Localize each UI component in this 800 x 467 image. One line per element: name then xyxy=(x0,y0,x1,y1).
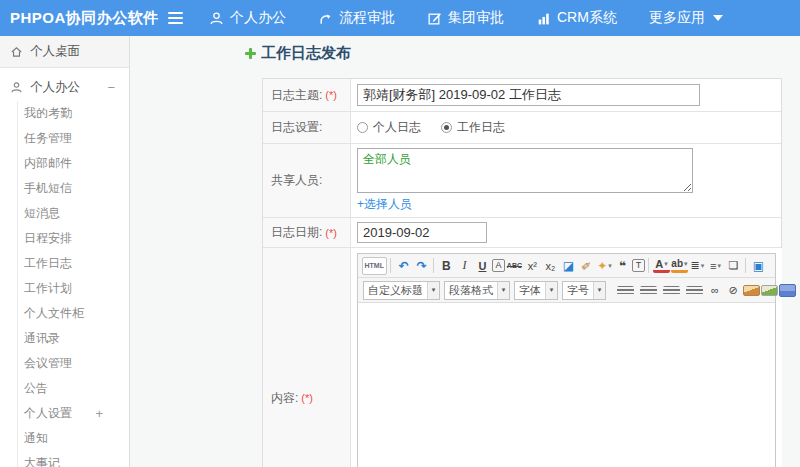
nav-item-crm-system[interactable]: CRM系统 xyxy=(536,9,617,27)
palette-icon[interactable]: ✦▾ xyxy=(596,257,613,275)
workflow-icon xyxy=(318,11,333,26)
toolbar-separator xyxy=(433,258,434,273)
strikethrough-icon[interactable]: ABC xyxy=(506,257,523,275)
user-icon xyxy=(209,11,224,26)
nav-item-personal-office[interactable]: 个人办公 xyxy=(209,9,286,27)
required-mark: (*) xyxy=(301,392,313,404)
font-size-dropdown[interactable]: 字号 ▾ xyxy=(562,281,606,300)
sidebar-item-announcement[interactable]: 公告 xyxy=(18,376,129,401)
font-border-icon[interactable]: A xyxy=(492,259,505,272)
paste-text-icon[interactable]: T xyxy=(632,259,645,272)
sidebar-item-meeting-management[interactable]: 会议管理 xyxy=(18,351,129,376)
html-source-button[interactable]: HTML xyxy=(362,257,387,275)
nav-item-more-apps[interactable]: 更多应用 xyxy=(649,9,723,27)
link-icon[interactable]: ∞ xyxy=(707,281,724,299)
log-date-input[interactable] xyxy=(357,222,487,243)
editor-toolbar-row1: HTML↶↷BIUAABCx²x₂◪✏✦▾❝TA▾ab▾≣▾≡▾❏▣ xyxy=(358,254,775,278)
sidebar-item-schedule[interactable]: 日程安排 xyxy=(18,226,129,251)
blockquote-icon[interactable]: ❝ xyxy=(614,257,631,275)
underline-icon[interactable]: U xyxy=(474,257,491,275)
radio-circle-icon[interactable] xyxy=(357,122,368,133)
unlink-icon[interactable]: ⊘ xyxy=(725,281,742,299)
caret-down-icon: ▾ xyxy=(545,282,557,299)
subject-input[interactable] xyxy=(357,84,700,106)
image-icon[interactable] xyxy=(743,285,760,296)
caret-down-icon: ▾ xyxy=(717,262,721,270)
expand-plus-icon[interactable]: + xyxy=(95,401,103,426)
sidebar-item-personal-settings[interactable]: 个人设置 + xyxy=(18,401,129,426)
bold-icon[interactable]: B xyxy=(438,257,455,275)
sidebar-item-personal-desktop[interactable]: 个人桌面 xyxy=(0,36,129,68)
caret-down-icon: ▾ xyxy=(664,258,668,270)
highlight-icon[interactable]: ab▾ xyxy=(671,259,688,273)
italic-icon[interactable]: I xyxy=(456,257,473,275)
undo-icon[interactable]: ↶ xyxy=(395,257,412,275)
share-members-textarea[interactable]: 全部人员 xyxy=(357,148,693,193)
sidebar-item-work-plan[interactable]: 工作计划 xyxy=(18,276,129,301)
custom-title-dropdown[interactable]: 自定义标题 ▾ xyxy=(363,281,440,300)
form-row-share-members: 共享人员: 全部人员 +选择人员 xyxy=(263,144,781,218)
toolbar-separator xyxy=(390,258,391,273)
radio-personal-log[interactable]: 个人日志 xyxy=(357,119,421,136)
screenshot-icon[interactable] xyxy=(761,285,778,296)
app-window: PHPOA协同办公软件 个人办公 流程审批 集团审批 xyxy=(0,0,800,467)
redo-icon[interactable]: ↷ xyxy=(413,257,430,275)
nav-item-group-approval[interactable]: 集团审批 xyxy=(427,9,504,27)
radio-work-log[interactable]: 工作日志 xyxy=(441,119,505,136)
brand-logo: PHPOA协同办公软件 xyxy=(0,9,168,28)
caret-down-icon: ▾ xyxy=(684,258,688,270)
sidebar-item-my-attendance[interactable]: 我的考勤 xyxy=(18,101,129,126)
sidebar-item-contacts[interactable]: 通讯录 xyxy=(18,326,129,351)
toolbar-separator xyxy=(745,258,746,273)
fullscreen-icon[interactable]: ▣ xyxy=(750,257,767,275)
sidebar-item-work-log[interactable]: 工作日志 xyxy=(18,251,129,276)
content-label: 内容: (*) xyxy=(263,248,351,467)
select-members-link[interactable]: +选择人员 xyxy=(357,196,412,213)
log-date-label: 日志日期: (*) xyxy=(263,218,351,247)
align-justify-icon[interactable] xyxy=(686,286,703,295)
caret-down-icon: ▾ xyxy=(427,282,439,299)
align-left-icon[interactable] xyxy=(617,286,634,295)
sidebar-item-major-events[interactable]: 大事记 xyxy=(18,451,129,467)
editor-toolbar-row2: 自定义标题 ▾ 段落格式 ▾ 字体 ▾ xyxy=(358,278,775,303)
subject-label: 日志主题: (*) xyxy=(263,79,351,111)
font-color-icon[interactable]: A▾ xyxy=(653,259,670,273)
sidebar-item-notification[interactable]: 通知 xyxy=(18,426,129,451)
table-icon[interactable]: ▦ xyxy=(797,281,800,299)
user-icon xyxy=(10,81,23,94)
sidebar-submenu: 我的考勤 任务管理 内部邮件 手机短信 短消息 日程安排 工作日志 工作计划 个… xyxy=(17,101,129,467)
caret-down-icon xyxy=(713,15,723,21)
format-brush-icon[interactable]: ✏ xyxy=(574,253,599,278)
nav-item-workflow-approval[interactable]: 流程审批 xyxy=(318,9,395,27)
log-type-radio-group: 个人日志 工作日志 xyxy=(357,119,505,136)
hamburger-icon[interactable] xyxy=(168,12,183,24)
sidebar-item-internal-mail[interactable]: 内部邮件 xyxy=(18,151,129,176)
subscript-icon[interactable]: x₂ xyxy=(542,257,559,275)
font-family-dropdown[interactable]: 字体 ▾ xyxy=(514,281,558,300)
main-content: 工作日志发布 日志主题: (*) 日志设置: xyxy=(131,36,800,467)
editor-canvas[interactable] xyxy=(358,303,775,467)
collapse-minus-icon[interactable]: − xyxy=(107,80,115,95)
align-right-icon[interactable] xyxy=(663,286,680,295)
sidebar-item-personal-files[interactable]: 个人文件柜 xyxy=(18,301,129,326)
new-page-icon[interactable]: ❏ xyxy=(725,257,742,275)
sidebar-item-task-management[interactable]: 任务管理 xyxy=(18,126,129,151)
caret-down-icon: ▾ xyxy=(608,262,612,270)
sidebar-section-personal-office[interactable]: 个人办公 − xyxy=(0,73,129,101)
superscript-icon[interactable]: x² xyxy=(524,257,541,275)
caret-down-icon: ▾ xyxy=(701,262,705,270)
sidebar-item-short-message[interactable]: 短消息 xyxy=(18,201,129,226)
media-icon[interactable] xyxy=(779,284,796,297)
align-center-icon[interactable] xyxy=(640,286,657,295)
edit-icon xyxy=(427,11,442,26)
unordered-list-icon[interactable]: ≡▾ xyxy=(707,257,724,275)
form-row-log-setting: 日志设置: 个人日志 工作日志 xyxy=(263,112,781,144)
rich-text-editor: HTML↶↷BIUAABCx²x₂◪✏✦▾❝TA▾ab▾≣▾≡▾❏▣ 自定义标题… xyxy=(357,253,776,467)
form-row-log-date: 日志日期: (*) xyxy=(263,218,781,248)
radio-circle-icon[interactable] xyxy=(441,122,452,133)
paragraph-format-dropdown[interactable]: 段落格式 ▾ xyxy=(444,281,510,300)
bar-chart-icon xyxy=(536,11,551,26)
ordered-list-icon[interactable]: ≣▾ xyxy=(689,257,706,275)
required-mark: (*) xyxy=(325,227,337,239)
sidebar-item-mobile-sms[interactable]: 手机短信 xyxy=(18,176,129,201)
